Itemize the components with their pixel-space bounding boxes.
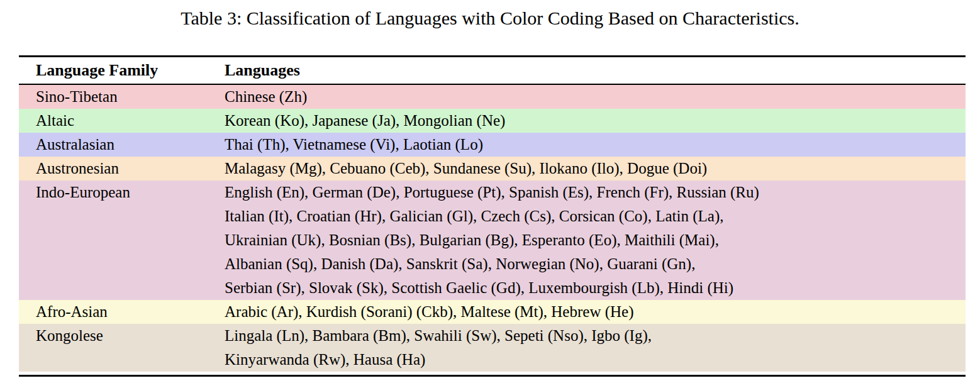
page: Table 3: Classification of Languages wit…	[0, 0, 980, 388]
family-cell: Austronesian	[19, 157, 225, 180]
languages-line: Lingala (Ln), Bambara (Bm), Swahili (Sw)…	[225, 324, 966, 348]
family-cell: Altaic	[19, 109, 225, 133]
family-cell: Indo-European	[19, 180, 225, 300]
languages-cell: Arabic (Ar), Kurdish (Sorani) (Ckb), Mal…	[225, 300, 966, 324]
table-body: Sino-Tibetan Chinese (Zh) Altaic Korean …	[19, 85, 966, 372]
table-caption: Table 3: Classification of Languages wit…	[0, 6, 980, 30]
languages-cell: English (En), German (De), Portuguese (P…	[225, 180, 966, 300]
table-row: Sino-Tibetan Chinese (Zh)	[19, 85, 966, 109]
table-row: Kongolese Lingala (Ln), Bambara (Bm), Sw…	[19, 324, 966, 372]
languages-line: Serbian (Sr), Slovak (Sk), Scottish Gael…	[225, 276, 966, 300]
languages-cell: Thai (Th), Vietnamese (Vi), Laotian (Lo)	[225, 133, 966, 157]
languages-line: English (En), German (De), Portuguese (P…	[225, 180, 966, 204]
family-cell: Afro-Asian	[19, 300, 225, 324]
languages-line: Italian (It), Croatian (Hr), Galician (G…	[225, 204, 966, 228]
languages-cell: Lingala (Ln), Bambara (Bm), Swahili (Sw)…	[225, 324, 966, 372]
family-cell: Australasian	[19, 133, 225, 157]
bottom-rule	[19, 375, 966, 377]
languages-line: Albanian (Sq), Danish (Da), Sanskrit (Sa…	[225, 252, 966, 276]
header-row: Language Family Languages	[19, 57, 966, 85]
languages-cell: Chinese (Zh)	[225, 85, 966, 109]
table-row: Australasian Thai (Th), Vietnamese (Vi),…	[19, 133, 966, 157]
languages-cell: Korean (Ko), Japanese (Ja), Mongolian (N…	[225, 109, 966, 133]
languages-line: Malagasy (Mg), Cebuano (Ceb), Sundanese …	[225, 157, 966, 180]
header-languages: Languages	[225, 61, 966, 80]
languages-line: Kinyarwanda (Rw), Hausa (Ha)	[225, 348, 966, 372]
table-row: Afro-Asian Arabic (Ar), Kurdish (Sorani)…	[19, 300, 966, 324]
languages-line: Thai (Th), Vietnamese (Vi), Laotian (Lo)	[225, 133, 966, 157]
languages-line: Korean (Ko), Japanese (Ja), Mongolian (N…	[225, 109, 966, 133]
languages-line: Arabic (Ar), Kurdish (Sorani) (Ckb), Mal…	[225, 300, 966, 324]
table-row: Altaic Korean (Ko), Japanese (Ja), Mongo…	[19, 109, 966, 133]
family-cell: Sino-Tibetan	[19, 85, 225, 109]
header-language-family: Language Family	[19, 61, 225, 80]
table-row: Indo-European English (En), German (De),…	[19, 180, 966, 300]
languages-cell: Malagasy (Mg), Cebuano (Ceb), Sundanese …	[225, 157, 966, 180]
language-classification-table: Language Family Languages Sino-Tibetan C…	[19, 55, 966, 377]
languages-line: Chinese (Zh)	[225, 85, 966, 109]
table-row: Austronesian Malagasy (Mg), Cebuano (Ceb…	[19, 157, 966, 180]
family-cell: Kongolese	[19, 324, 225, 372]
languages-line: Ukrainian (Uk), Bosnian (Bs), Bulgarian …	[225, 228, 966, 252]
